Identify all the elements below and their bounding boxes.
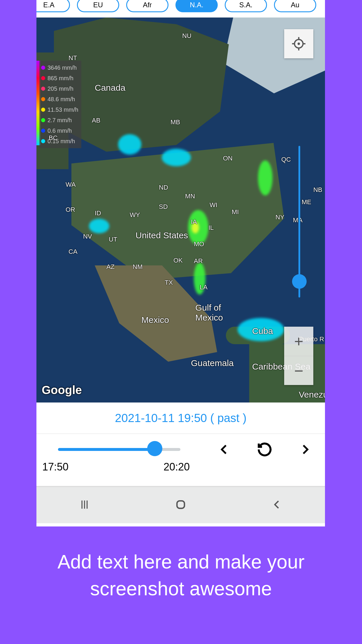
home-button[interactable] (174, 498, 187, 512)
legend-dot (41, 108, 45, 112)
chevron-left-icon (217, 441, 231, 458)
map-label: NU (182, 32, 191, 40)
chevron-right-icon (298, 441, 312, 458)
legend-dot (41, 66, 45, 70)
recents-button[interactable] (78, 498, 91, 512)
map-label: QC (281, 156, 291, 163)
crosshair-icon (291, 36, 306, 51)
map-label: ON (223, 155, 233, 162)
map-label: AR (194, 257, 203, 265)
map-label: NB (313, 186, 322, 194)
map-label: MO (194, 240, 204, 248)
map-label: ID (95, 209, 101, 217)
legend-value: 0.6 mm/h (48, 127, 72, 134)
legend-row: 0.15 mm/h (41, 136, 78, 146)
legend-dot (41, 118, 45, 122)
legend-dot (41, 139, 45, 143)
map-label: CA (68, 248, 78, 256)
map-label: NM (133, 263, 143, 271)
legend-dot (41, 129, 45, 133)
legend-row: 205 mm/h (41, 83, 78, 94)
map-label: IL (208, 224, 214, 232)
map-label: WY (130, 211, 140, 219)
map-label: IA (191, 218, 197, 226)
legend-row: 11.53 mm/h (41, 104, 78, 115)
back-icon (271, 498, 283, 511)
radar-map[interactable]: 3646 mm/h865 mm/h205 mm/h48.6 mm/h11.53 … (36, 18, 325, 402)
legend-value: 865 mm/h (48, 75, 73, 82)
tab-sa[interactable]: S.A. (225, 0, 267, 12)
step-back-button[interactable] (217, 441, 231, 458)
tab-afr[interactable]: Afr (126, 0, 168, 12)
tab-na[interactable]: N.A. (175, 0, 218, 12)
zoom-controls: + − (284, 327, 313, 385)
map-label: United States (136, 230, 188, 240)
android-nav-bar (36, 487, 325, 523)
legend-value: 3646 mm/h (48, 64, 77, 71)
tab-ea[interactable]: E.A (36, 0, 70, 12)
map-label: UT (109, 236, 117, 243)
time-end-label: 20:20 (164, 461, 190, 473)
back-button[interactable] (271, 498, 283, 512)
time-start-label: 17:50 (42, 461, 68, 473)
locate-button[interactable] (284, 29, 313, 58)
refresh-icon (257, 441, 273, 458)
region-tabs: E.A EU Afr N.A. S.A. Au (36, 0, 325, 18)
step-forward-button[interactable] (298, 441, 312, 458)
map-label: MI (232, 208, 239, 216)
recents-icon (78, 498, 91, 511)
zoom-out-button[interactable]: − (284, 356, 313, 385)
map-label: NY (275, 214, 284, 221)
legend-row: 3646 mm/h (41, 62, 78, 73)
legend-value: 2.7 mm/h (48, 117, 72, 124)
legend-row: 48.6 mm/h (41, 94, 78, 104)
map-label: OK (173, 257, 183, 264)
map-label: LA (200, 284, 208, 291)
map-label: WI (210, 201, 217, 209)
legend-row: 2.7 mm/h (41, 115, 78, 125)
map-label: Guatemala (191, 358, 234, 368)
map-label: MB (171, 118, 180, 126)
legend-dot (41, 87, 45, 91)
map-label: WA (66, 181, 76, 188)
legend-row: 0.6 mm/h (41, 125, 78, 136)
legend-value: 11.53 mm/h (48, 106, 78, 113)
frame-timestamp: 2021-10-11 19:50 ( past ) (36, 402, 325, 434)
map-label: Gulf of Mexico (195, 303, 223, 323)
tab-au[interactable]: Au (274, 0, 316, 12)
legend-dot (41, 76, 45, 80)
map-label: Cuba (252, 326, 273, 336)
layer-opacity-thumb[interactable] (292, 274, 307, 289)
precip-legend: 3646 mm/h865 mm/h205 mm/h48.6 mm/h11.53 … (39, 61, 81, 148)
map-label: Mexico (141, 315, 169, 325)
tab-eu[interactable]: EU (77, 0, 119, 12)
svg-rect-9 (177, 501, 184, 508)
home-icon (174, 498, 187, 511)
map-label: SD (159, 203, 168, 211)
legend-row: 865 mm/h (41, 73, 78, 83)
map-label: AZ (106, 263, 115, 271)
timeline-controls: 17:50 20:20 (36, 434, 325, 487)
map-label: OR (66, 206, 75, 214)
map-label: NV (83, 233, 92, 240)
legend-value: 48.6 mm/h (48, 96, 75, 103)
map-label: MA (293, 216, 303, 224)
svg-point-1 (298, 43, 300, 45)
refresh-button[interactable] (257, 441, 273, 458)
legend-dot (41, 97, 45, 101)
zoom-in-button[interactable]: + (284, 327, 313, 356)
phone-screenshot: E.A EU Afr N.A. S.A. Au 3646 mm/h865 mm/… (36, 0, 325, 526)
map-label: MN (185, 192, 195, 200)
map-label: Canada (95, 83, 125, 93)
map-attribution: Google (42, 384, 82, 397)
map-label: BC (49, 134, 58, 142)
map-label: AB (92, 117, 100, 124)
legend-value: 205 mm/h (48, 85, 73, 92)
map-label: TX (165, 279, 173, 286)
map-label: ME (302, 198, 311, 206)
map-label: NT (68, 54, 77, 62)
promo-caption: Add text here and make your screenshot a… (0, 548, 362, 602)
time-slider-thumb[interactable] (147, 441, 162, 456)
map-label: Venezu (299, 390, 325, 400)
map-label: ND (159, 184, 168, 191)
